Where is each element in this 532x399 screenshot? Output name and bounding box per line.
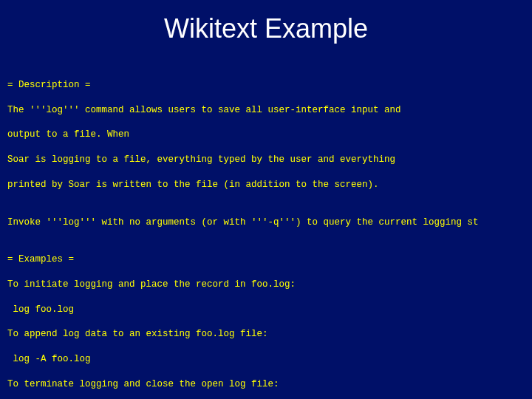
wikitext-line: To initiate logging and place the record… — [7, 279, 532, 291]
wikitext-line: log foo.log — [7, 304, 532, 316]
wikitext-line: The '''log''' command allows users to sa… — [7, 104, 532, 117]
slide-container: Wikitext Example = Description = The '''… — [0, 0, 532, 399]
wikitext-line: Invoke '''log''' with no arguments (or w… — [7, 216, 532, 229]
wikitext-line: To append log data to an existing foo.lo… — [7, 328, 532, 341]
wikitext-line: printed by Soar is written to the file (… — [7, 179, 532, 191]
wikitext-content: = Description = The '''log''' command al… — [0, 66, 532, 399]
wikitext-line: = Examples = — [7, 253, 532, 266]
wikitext-line: log -A foo.log — [7, 353, 532, 366]
wikitext-line: output to a file. When — [7, 129, 532, 141]
wikitext-line: To terminate logging and close the open … — [7, 378, 532, 391]
page-title: Wikitext Example — [0, 13, 532, 44]
wikitext-line: = Description = — [7, 79, 532, 92]
wikitext-line: Soar is logging to a file, everything ty… — [7, 154, 532, 166]
